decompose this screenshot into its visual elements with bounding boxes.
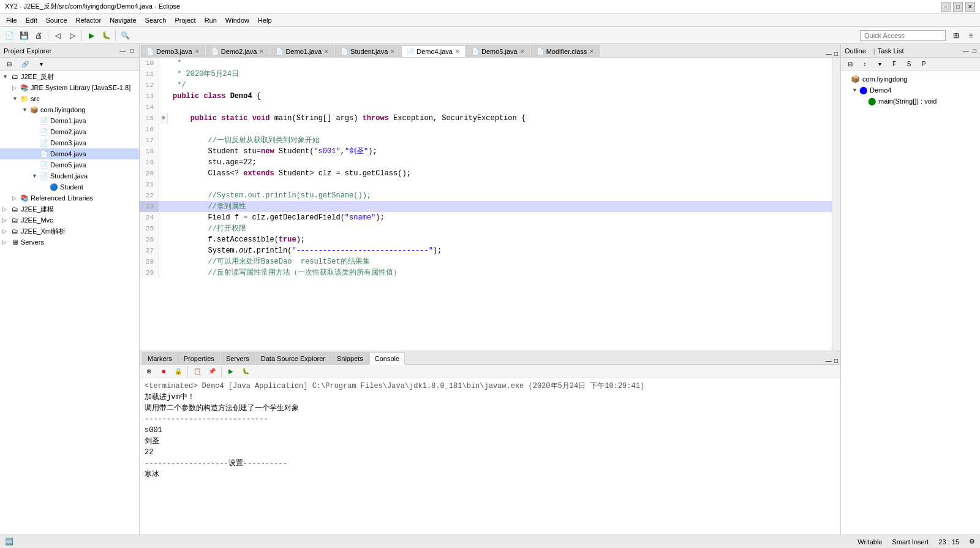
close-icon[interactable]: ✕ bbox=[455, 48, 460, 55]
menu-window[interactable]: Window bbox=[222, 15, 253, 25]
menu-navigate[interactable]: Navigate bbox=[106, 15, 140, 25]
outline-tab[interactable]: Outline bbox=[845, 47, 866, 55]
tab-demo2[interactable]: 📄 Demo2.java ✕ bbox=[206, 45, 270, 57]
open-view-button[interactable]: ≡ bbox=[964, 29, 978, 42]
close-icon[interactable]: ✕ bbox=[324, 48, 329, 55]
line-content: Student stu=new Student("s001","剑圣"); bbox=[168, 146, 377, 157]
editor-max-btn[interactable]: □ bbox=[834, 50, 838, 57]
close-icon[interactable]: ✕ bbox=[259, 48, 264, 55]
menu-edit[interactable]: Edit bbox=[22, 15, 41, 25]
tree-item-demo1[interactable]: 📄 Demo1.java bbox=[0, 115, 139, 126]
console-stop-btn[interactable]: ■ bbox=[157, 365, 170, 378]
tree-item-demo2[interactable]: 📄 Demo2.java bbox=[0, 126, 139, 137]
editor-min-btn[interactable]: — bbox=[826, 50, 832, 57]
menu-help[interactable]: Help bbox=[254, 15, 276, 25]
outline-item-package[interactable]: 📦 com.liyingdong bbox=[843, 74, 978, 85]
minimize-button[interactable]: − bbox=[941, 2, 951, 12]
tree-item-demo4[interactable]: 📄 Demo4.java bbox=[0, 148, 139, 159]
console-copy-btn[interactable]: 📋 bbox=[190, 365, 204, 378]
debug-button[interactable]: 🐛 bbox=[99, 29, 113, 42]
open-perspective-button[interactable]: ⊞ bbox=[949, 29, 963, 42]
outline-collapse-btn[interactable]: ⊟ bbox=[843, 58, 857, 71]
search-toolbar-button[interactable]: 🔍 bbox=[118, 29, 132, 42]
console-output-line: 加载进jvm中！ bbox=[145, 392, 835, 403]
line-content: //System.out.println(stu.getSname()); bbox=[168, 190, 371, 201]
tab-datasource[interactable]: Data Source Explorer bbox=[255, 352, 331, 364]
editor-vertical-scrollbar[interactable] bbox=[832, 58, 840, 351]
tab-demo3[interactable]: 📄 Demo3.java ✕ bbox=[141, 45, 205, 57]
outline-item-main-method[interactable]: ⬤ main(String[]) : void bbox=[843, 96, 978, 107]
console-paste-btn[interactable]: 📌 bbox=[205, 365, 219, 378]
tree-item-j2ee-mvc[interactable]: ▷ 🗂 J2EE_Mvc bbox=[0, 215, 139, 226]
print-button[interactable]: 🖨 bbox=[32, 29, 45, 42]
menu-bar: File Edit Source Refactor Navigate Searc… bbox=[0, 13, 980, 27]
tab-properties[interactable]: Properties bbox=[178, 352, 220, 364]
maximize-button[interactable]: □ bbox=[953, 2, 963, 12]
console-debug-btn[interactable]: 🐛 bbox=[239, 365, 252, 378]
new-button[interactable]: 📄 bbox=[2, 29, 16, 42]
console-scroll-lock-btn[interactable]: 🔒 bbox=[172, 365, 185, 378]
console-min-btn[interactable]: — bbox=[826, 357, 832, 364]
tree-item-demo3[interactable]: 📄 Demo3.java bbox=[0, 137, 139, 148]
line-content: //可以用来处理BaseDao resultSet的结果集 bbox=[168, 256, 370, 267]
tree-item-servers[interactable]: ▷ 🖥 Servers bbox=[0, 237, 139, 248]
run-button[interactable]: ▶ bbox=[85, 29, 98, 42]
tree-item-student-class[interactable]: 🔵 Student bbox=[0, 181, 139, 192]
tab-student[interactable]: 📄 Student.java ✕ bbox=[335, 45, 401, 57]
close-button[interactable]: ✕ bbox=[965, 2, 975, 12]
explorer-maximize-btn[interactable]: □ bbox=[129, 47, 135, 55]
tree-item-package[interactable]: ▼ 📦 com.liyingdong bbox=[0, 104, 139, 115]
tab-servers[interactable]: Servers bbox=[221, 352, 255, 364]
tree-item-j2ee-model[interactable]: ▷ 🗂 J2EE_建模 bbox=[0, 204, 139, 215]
line-content: stu.age=22; bbox=[168, 157, 257, 168]
tree-item-jre[interactable]: ▷ 📚 JRE System Library [JavaSE-1.8] bbox=[0, 82, 139, 93]
outline-hide-fields-btn[interactable]: F bbox=[888, 58, 901, 71]
close-icon[interactable]: ✕ bbox=[589, 48, 594, 55]
menu-file[interactable]: File bbox=[2, 15, 21, 25]
tree-item-j2ee-xml[interactable]: ▷ 🗂 J2EE_Xml解析 bbox=[0, 226, 139, 237]
back-button[interactable]: ◁ bbox=[51, 29, 64, 42]
outline-max-btn[interactable]: □ bbox=[973, 47, 976, 54]
collapse-all-btn[interactable]: ⊟ bbox=[2, 58, 16, 71]
outline-sort-btn[interactable]: ↕ bbox=[858, 58, 872, 71]
outline-min-btn[interactable]: — bbox=[963, 47, 969, 54]
outline-hide-static-btn[interactable]: S bbox=[902, 58, 916, 71]
menu-search[interactable]: Search bbox=[141, 15, 170, 25]
menu-refactor[interactable]: Refactor bbox=[72, 15, 105, 25]
menu-project[interactable]: Project bbox=[171, 15, 199, 25]
explorer-minimize-btn[interactable]: — bbox=[118, 47, 127, 55]
tab-console[interactable]: Console bbox=[369, 352, 405, 365]
menu-source[interactable]: Source bbox=[42, 15, 71, 25]
console-clear-btn[interactable]: ⊗ bbox=[142, 365, 156, 378]
forward-button[interactable]: ▷ bbox=[66, 29, 79, 42]
tab-demo4[interactable]: 📄 Demo4.java ✕ bbox=[401, 45, 466, 58]
console-max-btn[interactable]: □ bbox=[834, 357, 838, 364]
outline-item-demo4-class[interactable]: ▼ ⬤ Demo4 bbox=[843, 85, 978, 96]
code-line: 23 //拿到属性 bbox=[140, 201, 832, 212]
console-run-btn[interactable]: ▶ bbox=[224, 365, 238, 378]
close-icon[interactable]: ✕ bbox=[390, 48, 395, 55]
line-content: System.out.println("--------------------… bbox=[168, 245, 442, 256]
editor-settings-icon[interactable]: ⚙ bbox=[969, 538, 975, 546]
close-icon[interactable]: ✕ bbox=[520, 48, 525, 55]
outline-hide-nonpub-btn[interactable]: P bbox=[917, 58, 930, 71]
tab-markers[interactable]: Markers bbox=[142, 352, 178, 364]
explorer-menu-btn[interactable]: ▾ bbox=[34, 58, 48, 71]
tab-snippets[interactable]: Snippets bbox=[331, 352, 369, 364]
quick-access-input[interactable] bbox=[860, 30, 946, 41]
link-editor-btn[interactable]: 🔗 bbox=[18, 58, 32, 71]
menu-run[interactable]: Run bbox=[201, 15, 221, 25]
tree-item-j2ee-reflect[interactable]: ▼ 🗂 J2EE_反射 bbox=[0, 71, 139, 82]
outline-filter-btn[interactable]: ▾ bbox=[873, 58, 886, 71]
code-area[interactable]: 10 * 11 * 2020年5月24日 12 */ bbox=[140, 58, 832, 351]
tab-demo5[interactable]: 📄 Demo5.java ✕ bbox=[466, 45, 530, 57]
close-icon[interactable]: ✕ bbox=[195, 48, 200, 55]
tree-item-src[interactable]: ▼ 📁 src bbox=[0, 93, 139, 104]
save-button[interactable]: 💾 bbox=[17, 29, 31, 42]
tree-item-demo5[interactable]: 📄 Demo5.java bbox=[0, 159, 139, 170]
tab-demo1[interactable]: 📄 Demo1.java ✕ bbox=[270, 45, 334, 57]
tree-item-referenced-libs[interactable]: ▷ 📚 Referenced Libraries bbox=[0, 192, 139, 204]
task-list-tab[interactable]: Task List bbox=[878, 47, 904, 55]
tree-item-student[interactable]: ▼ 📄 Student.java bbox=[0, 170, 139, 181]
tab-modifier[interactable]: 📄 Modifier.class ✕ bbox=[531, 45, 600, 57]
